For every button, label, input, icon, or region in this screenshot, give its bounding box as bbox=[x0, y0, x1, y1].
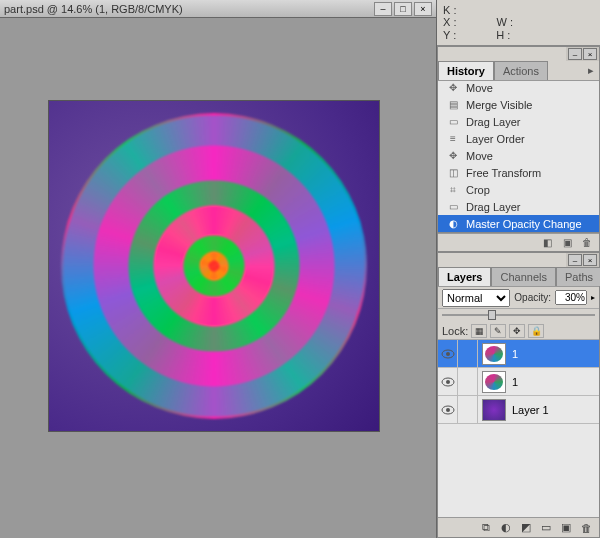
layers-footer: ⧉ ◐ ◩ ▭ ▣ 🗑 bbox=[438, 517, 599, 537]
visibility-toggle[interactable] bbox=[438, 368, 458, 395]
lock-row: Lock: ▦ ✎ ✥ 🔒 bbox=[438, 322, 599, 340]
tab-channels[interactable]: Channels bbox=[491, 267, 555, 286]
link-layers-button[interactable]: ⧉ bbox=[477, 520, 495, 536]
lock-position-button[interactable]: ✥ bbox=[509, 324, 525, 338]
svg-point-1 bbox=[446, 352, 450, 356]
opacity-icon: ◐ bbox=[446, 217, 460, 231]
move-icon: ✥ bbox=[446, 149, 460, 163]
history-item[interactable]: ✥Move bbox=[438, 147, 599, 164]
layer-row[interactable]: Layer 1 bbox=[438, 396, 599, 424]
history-item[interactable]: ▭Drag Layer bbox=[438, 198, 599, 215]
history-item-label: Drag Layer bbox=[466, 116, 520, 128]
minimize-button[interactable]: – bbox=[374, 2, 392, 16]
layer-mask-button[interactable]: ◩ bbox=[517, 520, 535, 536]
history-item[interactable]: ≡Layer Order bbox=[438, 130, 599, 147]
lock-pixels-button[interactable]: ✎ bbox=[490, 324, 506, 338]
history-item-label: Move bbox=[466, 150, 493, 162]
tab-paths[interactable]: Paths bbox=[556, 267, 600, 286]
canvas[interactable] bbox=[48, 100, 380, 432]
layer-thumbnail[interactable] bbox=[482, 371, 506, 393]
info-x: X : bbox=[443, 16, 456, 28]
info-w: W : bbox=[496, 16, 513, 28]
info-h: H : bbox=[496, 29, 510, 41]
visibility-toggle[interactable] bbox=[438, 340, 458, 367]
tab-actions[interactable]: Actions bbox=[494, 61, 548, 80]
panels-column: K : X : W : Y : H : – × History Actions … bbox=[436, 0, 600, 538]
delete-state-button[interactable]: 🗑 bbox=[579, 236, 595, 250]
info-panel: K : X : W : Y : H : bbox=[437, 0, 600, 46]
history-item-label: Crop bbox=[466, 184, 490, 196]
maximize-button[interactable]: □ bbox=[394, 2, 412, 16]
history-item[interactable]: ▭Drag Layer bbox=[438, 113, 599, 130]
history-footer: ◧ ▣ 🗑 bbox=[438, 233, 599, 251]
history-item-label: Merge Visible bbox=[466, 99, 532, 111]
layer-style-button[interactable]: ◐ bbox=[497, 520, 515, 536]
panel-minimize-button[interactable]: – bbox=[568, 48, 582, 60]
svg-point-3 bbox=[446, 380, 450, 384]
opacity-input[interactable] bbox=[555, 290, 587, 305]
lock-label: Lock: bbox=[442, 325, 468, 337]
document-title: part.psd @ 14.6% (1, RGB/8/CMYK) bbox=[4, 3, 183, 15]
panel-close-button[interactable]: × bbox=[583, 254, 597, 266]
history-item-label: Drag Layer bbox=[466, 201, 520, 213]
artwork bbox=[49, 101, 379, 431]
move-icon: ✥ bbox=[446, 81, 460, 95]
layers-list[interactable]: 11Layer 1 bbox=[438, 340, 599, 517]
window-controls: – □ × bbox=[374, 2, 432, 16]
layers-panel: – × Layers Channels Paths ▸ Normal Opaci… bbox=[437, 252, 600, 538]
history-panel-tabs: History Actions ▸ bbox=[438, 61, 599, 81]
layer-name[interactable]: Layer 1 bbox=[510, 404, 599, 416]
history-item-label: Master Opacity Change bbox=[466, 218, 582, 230]
history-item[interactable]: ◐Master Opacity Change bbox=[438, 215, 599, 232]
history-item[interactable]: ⌗Crop bbox=[438, 181, 599, 198]
info-k: K : bbox=[443, 4, 456, 16]
link-cell[interactable] bbox=[458, 396, 478, 423]
history-list[interactable]: ✥Move▤Merge Visible▭Drag Layer≡Layer Ord… bbox=[438, 81, 599, 233]
layers-options: Normal Opacity: ▸ bbox=[438, 287, 599, 309]
panel-minimize-button[interactable]: – bbox=[568, 254, 582, 266]
layer-name[interactable]: 1 bbox=[510, 376, 599, 388]
order-icon: ≡ bbox=[446, 132, 460, 146]
layer-thumbnail[interactable] bbox=[482, 399, 506, 421]
new-snapshot-button[interactable]: ◧ bbox=[539, 236, 555, 250]
layer-name[interactable]: 1 bbox=[510, 348, 599, 360]
transform-icon: ◫ bbox=[446, 166, 460, 180]
merge-icon: ▤ bbox=[446, 98, 460, 112]
layer-thumbnail[interactable] bbox=[482, 343, 506, 365]
history-item[interactable]: ▤Merge Visible bbox=[438, 96, 599, 113]
history-panel: – × History Actions ▸ ✥Move▤Merge Visibl… bbox=[437, 46, 600, 252]
history-item-label: Move bbox=[466, 82, 493, 94]
lock-all-button[interactable]: 🔒 bbox=[528, 324, 544, 338]
panel-close-button[interactable]: × bbox=[583, 48, 597, 60]
history-item[interactable]: ✥Move bbox=[438, 81, 599, 96]
link-cell[interactable] bbox=[458, 368, 478, 395]
visibility-toggle[interactable] bbox=[438, 396, 458, 423]
info-y: Y : bbox=[443, 29, 456, 41]
tab-layers[interactable]: Layers bbox=[438, 267, 491, 286]
lock-transparency-button[interactable]: ▦ bbox=[471, 324, 487, 338]
opacity-dropdown-icon[interactable]: ▸ bbox=[591, 293, 595, 302]
close-button[interactable]: × bbox=[414, 2, 432, 16]
history-item[interactable]: ◫Free Transform bbox=[438, 164, 599, 181]
opacity-slider[interactable] bbox=[442, 310, 595, 320]
crop-icon: ⌗ bbox=[446, 183, 460, 197]
opacity-label: Opacity: bbox=[514, 292, 551, 303]
history-item-label: Free Transform bbox=[466, 167, 541, 179]
new-document-button[interactable]: ▣ bbox=[559, 236, 575, 250]
panel-menu-icon[interactable]: ▸ bbox=[585, 64, 599, 77]
new-group-button[interactable]: ▭ bbox=[537, 520, 555, 536]
tab-history[interactable]: History bbox=[438, 61, 494, 80]
drag-icon: ▭ bbox=[446, 200, 460, 214]
link-cell[interactable] bbox=[458, 340, 478, 367]
svg-point-5 bbox=[446, 408, 450, 412]
layers-panel-tabs: Layers Channels Paths ▸ bbox=[438, 267, 599, 287]
new-layer-button[interactable]: ▣ bbox=[557, 520, 575, 536]
drag-icon: ▭ bbox=[446, 115, 460, 129]
layer-row[interactable]: 1 bbox=[438, 340, 599, 368]
layer-row[interactable]: 1 bbox=[438, 368, 599, 396]
history-item-label: Layer Order bbox=[466, 133, 525, 145]
document-window: part.psd @ 14.6% (1, RGB/8/CMYK) – □ × bbox=[0, 0, 436, 538]
document-title-bar: part.psd @ 14.6% (1, RGB/8/CMYK) – □ × bbox=[0, 0, 436, 18]
delete-layer-button[interactable]: 🗑 bbox=[577, 520, 595, 536]
blend-mode-select[interactable]: Normal bbox=[442, 289, 510, 307]
